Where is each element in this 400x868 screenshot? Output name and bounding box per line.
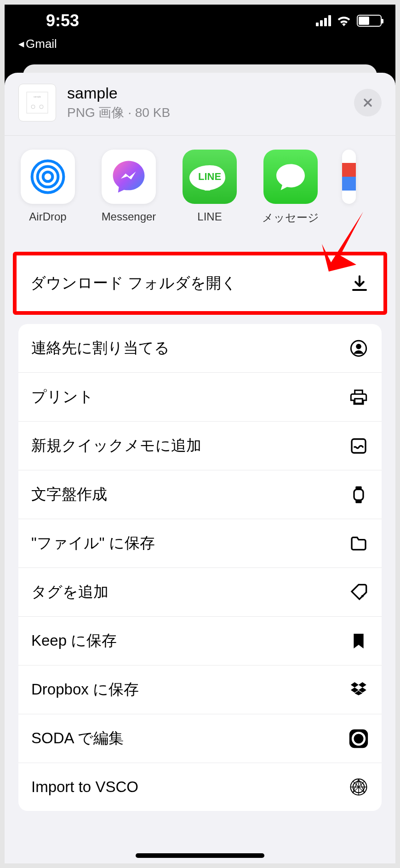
action-label: 連絡先に割り当てる [31, 338, 170, 359]
action-save-keep[interactable]: Keep に保存 [18, 617, 382, 665]
soda-icon [349, 729, 369, 749]
svg-point-11 [356, 344, 361, 349]
action-label: Dropbox に保存 [31, 679, 139, 700]
action-label: プリント [31, 387, 94, 407]
home-indicator[interactable] [136, 853, 264, 858]
svg-rect-15 [355, 486, 361, 489]
action-save-dropbox[interactable]: Dropbox に保存 [18, 665, 382, 714]
vsco-icon [349, 777, 369, 797]
battery-icon [357, 15, 382, 27]
quicknote-icon [349, 436, 369, 456]
back-app-label: Gmail [26, 37, 57, 51]
share-app-more[interactable] [342, 150, 356, 225]
action-watchface[interactable]: 文字盤作成 [18, 470, 382, 519]
close-icon [362, 97, 373, 108]
svg-text:sample: sample [34, 95, 41, 98]
print-icon [349, 387, 369, 407]
svg-rect-9 [342, 177, 356, 191]
svg-rect-12 [355, 399, 363, 403]
action-label: 文字盤作成 [31, 484, 107, 505]
file-name: sample [67, 84, 343, 102]
action-label: ダウンロード フォルダを開く [30, 273, 237, 294]
open-downloads-folder[interactable]: ダウンロード フォルダを開く [13, 252, 387, 315]
action-edit-soda[interactable]: SODA で編集 [18, 714, 382, 763]
folder-icon [349, 533, 369, 554]
messages-icon [263, 150, 318, 204]
action-label: Keep に保存 [31, 631, 117, 651]
status-bar: 9:53 [5, 5, 395, 37]
close-button[interactable] [354, 89, 382, 116]
share-app-messages[interactable]: メッセージ [261, 150, 320, 225]
action-label: Import to VSCO [31, 778, 138, 796]
share-app-row: AirDrop Messenger LINE LINE [5, 135, 395, 236]
svg-rect-14 [354, 489, 363, 500]
share-sheet: sample sample PNG 画像 · 80 KB AirDrop [5, 73, 395, 863]
app-label: Messenger [102, 210, 156, 223]
action-label: "ファイル" に保存 [31, 533, 155, 554]
svg-rect-8 [342, 163, 356, 177]
svg-point-2 [40, 105, 43, 109]
svg-rect-13 [352, 439, 366, 453]
watchface-icon [349, 485, 369, 505]
app-label: AirDrop [29, 210, 66, 223]
action-list: 連絡先に割り当てる プリント 新規クイックメモに追加 文字盤作成 "ファイル" … [18, 324, 382, 811]
status-icons [316, 15, 382, 27]
download-icon [349, 273, 370, 294]
wifi-icon [337, 15, 351, 26]
app-label: メッセージ [262, 210, 319, 225]
action-add-tags[interactable]: タグを追加 [18, 568, 382, 617]
svg-point-17 [361, 595, 364, 597]
action-quicknote[interactable]: 新規クイックメモに追加 [18, 422, 382, 470]
action-print[interactable]: プリント [18, 373, 382, 422]
status-time: 9:53 [46, 11, 79, 30]
share-app-airdrop[interactable]: AirDrop [18, 150, 77, 225]
action-assign-contact[interactable]: 連絡先に割り当てる [18, 324, 382, 373]
svg-rect-16 [355, 500, 361, 503]
action-label: SODA で編集 [31, 728, 124, 749]
airdrop-icon [21, 150, 75, 204]
bookmark-icon [349, 631, 369, 651]
file-meta: PNG 画像 · 80 KB [67, 104, 343, 122]
action-label: タグを追加 [31, 582, 109, 602]
back-to-app[interactable]: Gmail [5, 37, 395, 58]
svg-point-1 [31, 105, 35, 109]
cellular-signal-icon [316, 15, 331, 26]
svg-text:LINE: LINE [198, 171, 221, 182]
share-app-messenger[interactable]: Messenger [99, 150, 158, 225]
line-icon: LINE [183, 150, 237, 204]
svg-point-4 [43, 172, 53, 182]
app-label: LINE [197, 210, 222, 223]
contact-icon [349, 338, 369, 359]
action-import-vsco[interactable]: Import to VSCO [18, 763, 382, 811]
share-app-line[interactable]: LINE LINE [180, 150, 239, 225]
file-thumbnail: sample [18, 84, 56, 122]
action-label: 新規クイックメモに追加 [31, 435, 201, 456]
action-save-files[interactable]: "ファイル" に保存 [18, 519, 382, 568]
svg-point-5 [38, 167, 58, 187]
messenger-icon [102, 150, 156, 204]
sheet-header: sample sample PNG 画像 · 80 KB [5, 73, 395, 133]
partial-app-icon [342, 150, 356, 204]
tag-icon [349, 582, 369, 602]
dropbox-icon [349, 680, 369, 700]
